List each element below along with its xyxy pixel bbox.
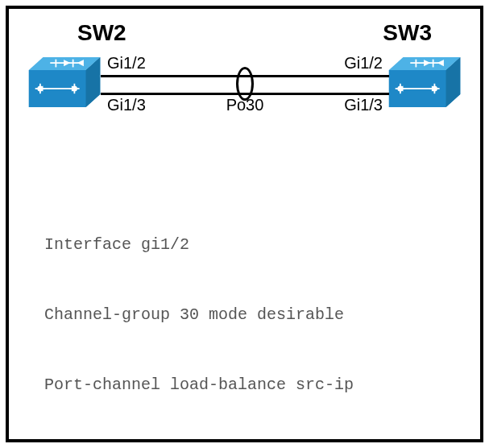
diagram-frame: SW2 SW3 (6, 6, 483, 442)
svg-rect-33 (396, 88, 405, 89)
svg-rect-17 (69, 88, 79, 89)
switch-sw3-title: SW3 (383, 20, 432, 46)
switch-sw3-icon (388, 57, 461, 107)
port-label-sw3-gi13: Gi1/3 (344, 96, 383, 114)
config-interface-gi12: Interface gi1/2 Channel-group 30 mode de… (44, 186, 464, 443)
config-block: Interface gi1/2 Channel-group 30 mode de… (44, 139, 464, 448)
portchannel-label: Po30 (226, 96, 264, 114)
link-bundle: Gi1/2 Gi1/2 Gi1/3 Gi1/3 Po30 (101, 57, 389, 107)
config-line: Interface gi1/2 (44, 233, 464, 256)
port-label-sw2-gi12: Gi1/2 (107, 54, 146, 73)
svg-rect-35 (429, 88, 439, 89)
svg-rect-11 (43, 88, 71, 89)
svg-rect-15 (35, 88, 45, 89)
config-line: Port-channel load-balance src-ip (44, 373, 464, 396)
switch-sw2-icon (28, 57, 101, 107)
svg-rect-29 (403, 88, 431, 89)
config-line: Channel-group 30 mode desirable (44, 303, 464, 326)
port-label-sw2-gi13: Gi1/3 (107, 96, 146, 114)
switch-sw2-title: SW2 (77, 20, 126, 46)
port-label-sw3-gi12: Gi1/2 (344, 54, 383, 73)
